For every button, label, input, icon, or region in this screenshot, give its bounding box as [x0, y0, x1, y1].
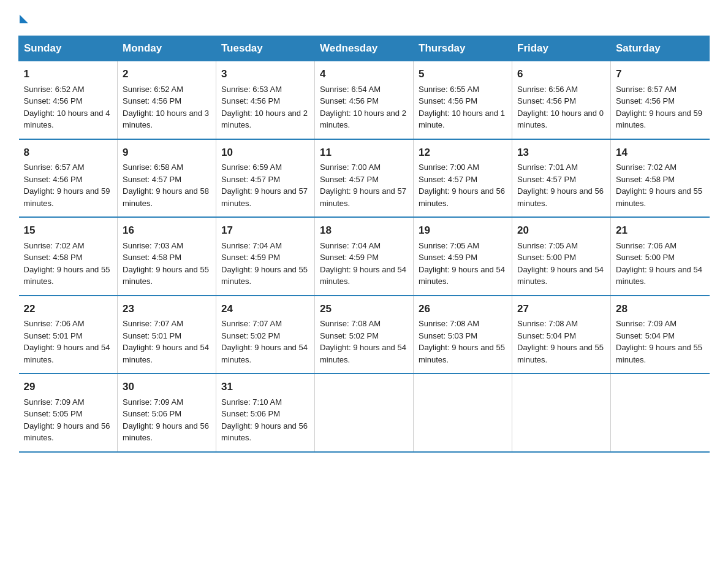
daylight-info: Daylight: 9 hours and 54 minutes. [419, 264, 507, 288]
daylight-info: Daylight: 9 hours and 54 minutes. [24, 342, 113, 366]
daylight-info: Daylight: 9 hours and 56 minutes. [123, 420, 211, 444]
logo-block [18, 12, 28, 23]
header-day-tuesday: Tuesday [216, 36, 315, 61]
day-number: 3 [221, 66, 309, 82]
sunset-info: Sunset: 4:56 PM [419, 95, 507, 107]
header-day-friday: Friday [512, 36, 611, 61]
sunset-info: Sunset: 5:06 PM [221, 408, 309, 420]
day-number: 15 [24, 223, 113, 239]
sunrise-info: Sunrise: 7:00 AM [320, 161, 408, 174]
sunrise-info: Sunrise: 7:06 AM [24, 318, 113, 330]
calendar-cell: 5 Sunrise: 6:55 AM Sunset: 4:56 PM Dayli… [414, 61, 512, 139]
daylight-info: Daylight: 9 hours and 56 minutes. [517, 185, 605, 209]
sunrise-info: Sunrise: 7:07 AM [221, 318, 309, 330]
daylight-info: Daylight: 9 hours and 55 minutes. [517, 342, 605, 366]
sunset-info: Sunset: 4:58 PM [24, 251, 113, 264]
day-number: 1 [24, 66, 113, 82]
calendar-week-row: 15 Sunrise: 7:02 AM Sunset: 4:58 PM Dayl… [19, 217, 710, 296]
calendar-cell: 14 Sunrise: 7:02 AM Sunset: 4:58 PM Dayl… [611, 139, 710, 218]
calendar-cell: 25 Sunrise: 7:08 AM Sunset: 5:02 PM Dayl… [315, 296, 414, 374]
day-number: 29 [24, 379, 113, 395]
sunrise-info: Sunrise: 7:05 AM [419, 240, 507, 252]
sunset-info: Sunset: 4:56 PM [320, 95, 408, 107]
sunrise-info: Sunrise: 6:52 AM [24, 83, 113, 96]
daylight-info: Daylight: 9 hours and 56 minutes. [221, 420, 309, 444]
sunrise-info: Sunrise: 6:55 AM [419, 83, 507, 96]
sunrise-info: Sunrise: 7:09 AM [616, 318, 705, 330]
calendar-cell: 31 Sunrise: 7:10 AM Sunset: 5:06 PM Dayl… [216, 373, 315, 452]
day-number: 20 [517, 223, 605, 239]
sunset-info: Sunset: 4:59 PM [419, 251, 507, 264]
logo-triangle-icon [20, 15, 28, 23]
sunrise-info: Sunrise: 7:06 AM [616, 240, 705, 252]
daylight-info: Daylight: 10 hours and 4 minutes. [24, 107, 113, 131]
sunrise-info: Sunrise: 6:57 AM [24, 161, 113, 174]
sunrise-info: Sunrise: 7:08 AM [517, 318, 605, 330]
calendar-cell: 20 Sunrise: 7:05 AM Sunset: 5:00 PM Dayl… [512, 217, 611, 296]
calendar-cell: 9 Sunrise: 6:58 AM Sunset: 4:57 PM Dayli… [118, 139, 216, 218]
daylight-info: Daylight: 9 hours and 55 minutes. [24, 264, 113, 288]
calendar-cell: 2 Sunrise: 6:52 AM Sunset: 4:56 PM Dayli… [118, 61, 216, 139]
calendar-cell: 27 Sunrise: 7:08 AM Sunset: 5:04 PM Dayl… [512, 296, 611, 374]
page-header [18, 12, 710, 23]
calendar-cell: 17 Sunrise: 7:04 AM Sunset: 4:59 PM Dayl… [216, 217, 315, 296]
calendar-cell: 4 Sunrise: 6:54 AM Sunset: 4:56 PM Dayli… [315, 61, 414, 139]
sunset-info: Sunset: 4:57 PM [320, 174, 408, 186]
day-number: 23 [123, 301, 211, 317]
daylight-info: Daylight: 9 hours and 55 minutes. [221, 264, 309, 288]
day-number: 24 [221, 301, 309, 317]
calendar-cell: 8 Sunrise: 6:57 AM Sunset: 4:56 PM Dayli… [19, 139, 118, 218]
day-number: 9 [123, 145, 211, 161]
daylight-info: Daylight: 9 hours and 57 minutes. [320, 185, 408, 209]
day-number: 7 [616, 66, 705, 82]
daylight-info: Daylight: 9 hours and 54 minutes. [616, 264, 705, 288]
sunset-info: Sunset: 5:00 PM [517, 251, 605, 264]
day-number: 6 [517, 66, 605, 82]
calendar-cell: 1 Sunrise: 6:52 AM Sunset: 4:56 PM Dayli… [19, 61, 118, 139]
calendar-cell: 22 Sunrise: 7:06 AM Sunset: 5:01 PM Dayl… [19, 296, 118, 374]
day-number: 5 [419, 66, 507, 82]
calendar-cell: 18 Sunrise: 7:04 AM Sunset: 4:59 PM Dayl… [315, 217, 414, 296]
sunset-info: Sunset: 5:01 PM [123, 330, 211, 342]
day-number: 2 [123, 66, 211, 82]
calendar-cell: 23 Sunrise: 7:07 AM Sunset: 5:01 PM Dayl… [118, 296, 216, 374]
header-day-wednesday: Wednesday [315, 36, 414, 61]
day-number: 18 [320, 223, 408, 239]
calendar-cell: 30 Sunrise: 7:09 AM Sunset: 5:06 PM Dayl… [118, 373, 216, 452]
calendar-table: SundayMondayTuesdayWednesdayThursdayFrid… [18, 36, 710, 453]
day-number: 12 [419, 145, 507, 161]
daylight-info: Daylight: 9 hours and 55 minutes. [616, 185, 705, 209]
sunrise-info: Sunrise: 7:04 AM [221, 240, 309, 252]
header-day-saturday: Saturday [611, 36, 710, 61]
sunrise-info: Sunrise: 6:52 AM [123, 83, 211, 96]
sunrise-info: Sunrise: 7:07 AM [123, 318, 211, 330]
sunrise-info: Sunrise: 7:02 AM [24, 240, 113, 252]
day-number: 27 [517, 301, 605, 317]
sunset-info: Sunset: 5:04 PM [616, 330, 705, 342]
sunrise-info: Sunrise: 6:54 AM [320, 83, 408, 96]
sunset-info: Sunset: 4:59 PM [320, 251, 408, 264]
daylight-info: Daylight: 9 hours and 57 minutes. [221, 185, 309, 209]
sunset-info: Sunset: 4:56 PM [24, 174, 113, 186]
logo [18, 12, 28, 23]
sunrise-info: Sunrise: 7:08 AM [320, 318, 408, 330]
sunrise-info: Sunrise: 6:53 AM [221, 83, 309, 96]
calendar-header-row: SundayMondayTuesdayWednesdayThursdayFrid… [19, 36, 710, 61]
sunrise-info: Sunrise: 6:58 AM [123, 161, 211, 174]
sunset-info: Sunset: 5:03 PM [419, 330, 507, 342]
daylight-info: Daylight: 9 hours and 59 minutes. [24, 185, 113, 209]
daylight-info: Daylight: 9 hours and 54 minutes. [320, 264, 408, 288]
day-number: 21 [616, 223, 705, 239]
calendar-cell [512, 373, 611, 452]
sunrise-info: Sunrise: 6:57 AM [616, 83, 705, 96]
day-number: 4 [320, 66, 408, 82]
calendar-cell: 13 Sunrise: 7:01 AM Sunset: 4:57 PM Dayl… [512, 139, 611, 218]
sunset-info: Sunset: 4:56 PM [517, 95, 605, 107]
header-day-thursday: Thursday [414, 36, 512, 61]
calendar-cell: 10 Sunrise: 6:59 AM Sunset: 4:57 PM Dayl… [216, 139, 315, 218]
calendar-cell: 29 Sunrise: 7:09 AM Sunset: 5:05 PM Dayl… [19, 373, 118, 452]
calendar-cell [414, 373, 512, 452]
sunset-info: Sunset: 4:57 PM [221, 174, 309, 186]
day-number: 14 [616, 145, 705, 161]
sunrise-info: Sunrise: 7:09 AM [24, 396, 113, 408]
